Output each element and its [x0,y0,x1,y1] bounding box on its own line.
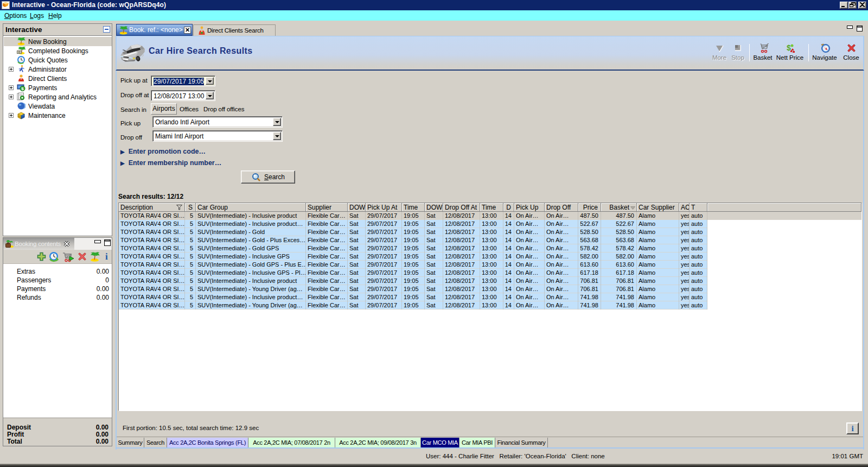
svg-text:$: $ [787,43,791,52]
svg-text:$: $ [21,86,24,91]
